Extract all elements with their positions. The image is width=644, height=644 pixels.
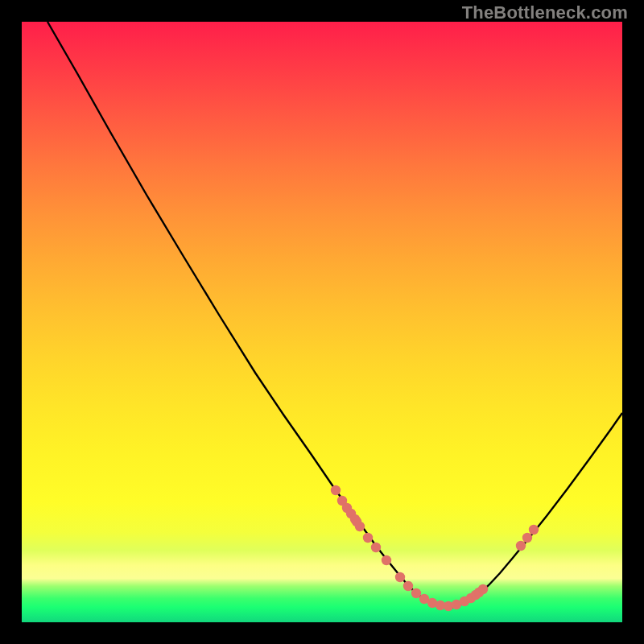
data-marker (478, 584, 488, 594)
data-marker (411, 588, 421, 598)
bottleneck-curve (47, 22, 622, 608)
data-marker (403, 581, 413, 591)
chart-frame: TheBottleneck.com (0, 0, 644, 644)
chart-overlay-svg (22, 22, 622, 622)
data-markers (331, 485, 539, 611)
data-marker (363, 533, 373, 543)
data-marker (331, 485, 341, 495)
data-marker (382, 555, 391, 565)
data-marker (371, 543, 381, 552)
data-marker (516, 541, 526, 551)
data-marker (355, 522, 365, 531)
data-marker (529, 525, 539, 535)
data-marker (395, 572, 405, 582)
data-marker (522, 533, 532, 543)
watermark-text: TheBottleneck.com (462, 2, 628, 23)
